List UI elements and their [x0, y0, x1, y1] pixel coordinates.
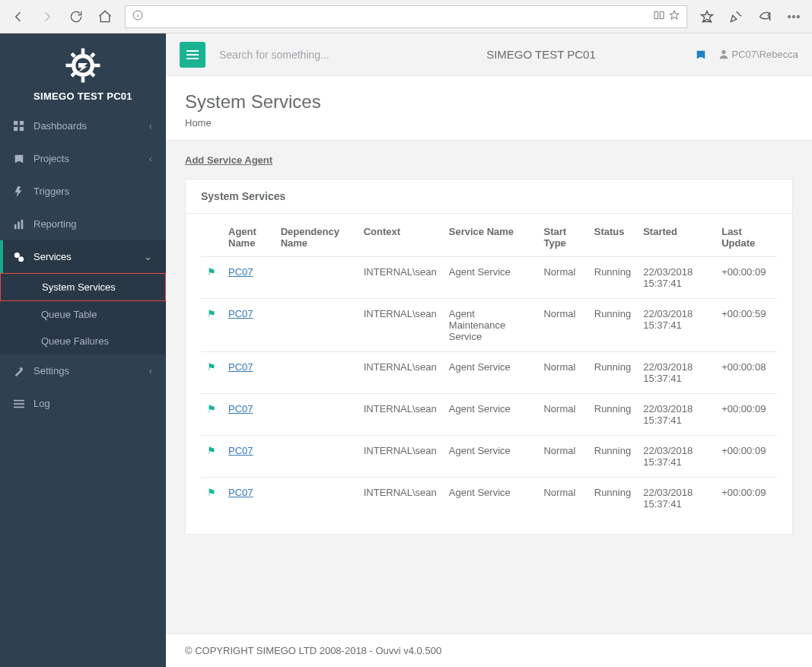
favorite-icon[interactable] — [668, 9, 680, 24]
footer: © COPYRIGHT SIMEGO LTD 2008-2018 - Ouvvi… — [166, 634, 812, 667]
grid-icon — [14, 121, 24, 132]
cell-service: Agent Service — [443, 478, 538, 519]
agent-link[interactable]: PC07 — [228, 266, 253, 278]
sidebar-item-settings[interactable]: Settings ‹ — [0, 354, 166, 387]
column-header[interactable]: Status — [588, 218, 637, 257]
more-button[interactable] — [780, 4, 807, 30]
sidebar-item-log[interactable]: Log — [0, 387, 166, 420]
agent-link[interactable]: PC07 — [228, 361, 253, 373]
sidebar-item-label: Triggers — [33, 186, 69, 197]
cell-started: 22/03/2018 15:37:41 — [637, 436, 715, 478]
cell-context: INTERNAL\sean — [358, 394, 443, 436]
book-icon[interactable] — [696, 49, 706, 60]
flag-icon: ⚑ — [207, 403, 216, 414]
info-icon — [132, 9, 144, 24]
sidebar-subitem-queue-failures[interactable]: Queue Failures — [0, 328, 166, 354]
cell-update: +00:00:59 — [715, 299, 777, 352]
search-input[interactable] — [219, 49, 387, 61]
agent-link[interactable]: PC07 — [228, 487, 253, 498]
reading-icon[interactable] — [653, 9, 665, 24]
cell-dep — [275, 394, 358, 436]
column-header[interactable]: Context — [358, 218, 443, 257]
agent-link[interactable]: PC07 — [228, 308, 253, 319]
notes-button[interactable] — [722, 4, 750, 30]
agent-link[interactable]: PC07 — [228, 403, 253, 414]
cell-context: INTERNAL\sean — [358, 299, 443, 352]
cell-service: Agent Service — [443, 436, 538, 478]
topbar: SIMEGO TEST PC01 PC07\Rebecca — [166, 33, 812, 76]
agent-link[interactable]: PC07 — [228, 445, 253, 456]
cogs-icon — [14, 252, 24, 262]
cell-context: INTERNAL\sean — [358, 478, 443, 519]
sidebar-item-label: Log — [33, 398, 50, 409]
cell-status: Running — [588, 257, 637, 299]
cell-started: 22/03/2018 15:37:41 — [637, 478, 715, 519]
sidebar-item-services[interactable]: Services ⌄ — [0, 240, 166, 273]
column-header[interactable]: Started — [637, 218, 715, 257]
svg-rect-6 — [66, 64, 72, 68]
table-row: ⚑PC07INTERNAL\seanAgent Maintenance Serv… — [201, 299, 777, 352]
cell-status: Running — [588, 394, 637, 436]
cell-context: INTERNAL\sean — [358, 436, 443, 478]
refresh-button[interactable] — [62, 4, 90, 30]
sidebar-item-dashboards[interactable]: Dashboards ‹ — [0, 110, 166, 142]
column-header[interactable]: Agent Name — [222, 218, 275, 257]
address-bar[interactable] — [125, 5, 687, 28]
table-row: ⚑PC07INTERNAL\seanAgent ServiceNormalRun… — [201, 436, 777, 478]
column-header[interactable] — [201, 218, 222, 257]
browser-toolbar — [0, 0, 812, 33]
cell-status: Running — [588, 299, 637, 352]
home-button[interactable] — [91, 4, 119, 30]
cell-started: 22/03/2018 15:37:41 — [637, 299, 715, 352]
favorites-button[interactable] — [693, 4, 721, 30]
forward-button[interactable] — [33, 4, 61, 30]
svg-rect-22 — [14, 403, 24, 405]
back-button[interactable] — [5, 4, 32, 30]
svg-rect-23 — [14, 406, 24, 408]
page-title: System Services — [185, 91, 793, 113]
svg-rect-17 — [18, 221, 20, 229]
flag-icon: ⚑ — [207, 266, 216, 278]
flag-icon: ⚑ — [207, 445, 216, 456]
chevron-left-icon: ‹ — [149, 153, 152, 164]
add-service-agent-link[interactable]: Add Service Agent — [185, 154, 272, 166]
svg-point-24 — [721, 50, 725, 54]
table-row: ⚑PC07INTERNAL\seanAgent ServiceNormalRun… — [201, 478, 777, 519]
cell-started: 22/03/2018 15:37:41 — [637, 352, 715, 394]
sidebar-subitem-queue-table[interactable]: Queue Table — [0, 301, 166, 328]
menu-toggle-button[interactable] — [180, 42, 205, 68]
cell-update: +00:00:09 — [715, 394, 777, 436]
user-label[interactable]: PC07\Rebecca — [718, 49, 798, 60]
sidebar-subitem-system-services[interactable]: System Services — [0, 273, 166, 301]
flag-icon: ⚑ — [207, 361, 216, 373]
column-header[interactable]: Last Update — [715, 218, 777, 257]
svg-point-19 — [14, 252, 20, 257]
book-icon — [14, 154, 24, 164]
column-header[interactable]: Dependency Name — [275, 218, 358, 257]
sidebar-item-triggers[interactable]: Triggers — [0, 175, 166, 208]
cell-status: Running — [588, 436, 637, 478]
column-header[interactable]: Service Name — [443, 218, 538, 257]
column-header[interactable]: Start Type — [537, 218, 588, 257]
svg-rect-18 — [21, 219, 24, 228]
sidebar-item-projects[interactable]: Projects ‹ — [0, 142, 166, 175]
chart-icon — [14, 219, 24, 230]
svg-rect-12 — [14, 121, 18, 125]
cell-start-type: Normal — [537, 299, 588, 352]
svg-point-1 — [788, 15, 791, 17]
logo-area: SIMEGO TEST PC01 — [0, 33, 166, 110]
svg-rect-5 — [81, 77, 85, 83]
share-button[interactable] — [751, 4, 779, 30]
cell-started: 22/03/2018 15:37:41 — [637, 394, 715, 436]
svg-rect-13 — [20, 121, 24, 125]
cell-service: Agent Service — [443, 257, 538, 299]
content-area: SIMEGO TEST PC01 PC07\Rebecca System Ser… — [166, 33, 812, 667]
chevron-down-icon: ⌄ — [144, 251, 152, 262]
cell-dep — [275, 352, 358, 394]
sidebar-item-label: Reporting — [33, 218, 76, 230]
cell-dep — [275, 478, 358, 519]
breadcrumb[interactable]: Home — [185, 117, 793, 129]
sidebar-item-reporting[interactable]: Reporting — [0, 208, 166, 240]
cell-context: INTERNAL\sean — [358, 257, 443, 299]
cell-dep — [275, 436, 358, 478]
